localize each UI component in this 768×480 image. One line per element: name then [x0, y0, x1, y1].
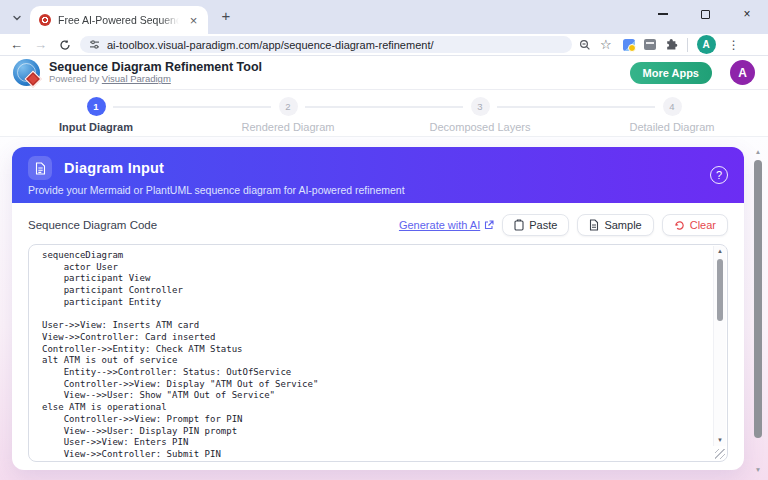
clipboard-icon	[514, 219, 524, 231]
clear-label: Clear	[690, 219, 716, 231]
paste-label: Paste	[529, 219, 557, 231]
step-label: Rendered Diagram	[242, 121, 335, 133]
browser-tab[interactable]: Free AI-Powered Sequence Dia ×	[30, 6, 208, 34]
browser-menu-icon[interactable]: ⋮	[725, 38, 743, 52]
tab-favicon-icon	[39, 14, 51, 26]
page-title: Sequence Diagram Refinement Tool	[49, 60, 262, 74]
page-scrollbar-thumb[interactable]	[754, 160, 762, 438]
step-number-badge: 1	[87, 97, 106, 116]
window-maximize-button[interactable]	[684, 0, 726, 28]
scroll-up-icon[interactable]: ▲	[714, 246, 726, 257]
scroll-up-icon[interactable]: ▲	[753, 147, 763, 157]
extensions-puzzle-icon[interactable]	[665, 38, 678, 51]
visual-paradigm-link[interactable]: Visual Paradigm	[102, 73, 171, 84]
browser-window: Free AI-Powered Sequence Dia × + × ← → a…	[0, 0, 768, 480]
reload-button[interactable]	[56, 36, 73, 53]
code-editor[interactable]: sequenceDiagram actor User participant V…	[28, 244, 728, 462]
step-number-badge: 4	[663, 97, 682, 116]
code-section-label: Sequence Diagram Code	[28, 219, 157, 231]
resize-handle[interactable]	[715, 449, 725, 459]
panel-subtitle: Provide your Mermaid or PlantUML sequenc…	[28, 184, 728, 196]
step-label: Detailed Diagram	[630, 121, 715, 133]
step-decomposed-layers[interactable]: 3 Decomposed Layers	[384, 90, 576, 136]
step-label: Decomposed Layers	[430, 121, 531, 133]
forward-button[interactable]: →	[32, 36, 49, 53]
address-bar[interactable]: ai-toolbox.visual-paradigm.com/app/seque…	[80, 36, 572, 53]
progress-stepper: 1 Input Diagram 2 Rendered Diagram 3 Dec…	[0, 90, 768, 137]
editor-scrollbar[interactable]: ▲ ▼	[713, 246, 726, 446]
zoom-icon[interactable]	[579, 39, 591, 51]
bookmark-star-icon[interactable]: ☆	[600, 38, 612, 51]
page-scrollbar[interactable]: ▲ ▼	[753, 147, 763, 475]
step-number-badge: 3	[471, 97, 490, 116]
sample-label: Sample	[604, 219, 641, 231]
app-header: Sequence Diagram Refinement Tool Powered…	[0, 56, 768, 90]
step-number-badge: 2	[279, 97, 298, 116]
clear-button[interactable]: Clear	[662, 214, 728, 236]
generate-with-ai-link[interactable]: Generate with AI	[399, 219, 494, 231]
external-link-icon	[484, 220, 494, 230]
url-text: ai-toolbox.visual-paradigm.com/app/seque…	[107, 39, 434, 51]
extension-icon[interactable]	[644, 39, 656, 50]
sample-doc-icon	[589, 219, 599, 231]
back-button[interactable]: ←	[8, 36, 25, 53]
panel-header: Diagram Input Provide your Mermaid or Pl…	[12, 147, 744, 203]
help-icon[interactable]: ?	[710, 166, 728, 184]
window-minimize-button[interactable]	[642, 0, 684, 28]
tab-close-icon[interactable]: ×	[186, 13, 201, 28]
extensions-area: A ⋮	[623, 35, 743, 54]
editor-scrollbar-thumb[interactable]	[717, 259, 723, 321]
editor-toolbar: Sequence Diagram Code Generate with AI P…	[12, 203, 744, 244]
browser-profile-avatar[interactable]: A	[697, 35, 716, 54]
tab-title: Free AI-Powered Sequence Dia	[58, 14, 179, 26]
step-input-diagram[interactable]: 1 Input Diagram	[0, 90, 192, 136]
sample-button[interactable]: Sample	[577, 214, 653, 236]
paste-button[interactable]: Paste	[502, 214, 569, 236]
scroll-down-icon[interactable]: ▼	[753, 465, 763, 475]
visual-paradigm-logo	[13, 59, 40, 86]
site-settings-icon[interactable]	[89, 39, 100, 50]
toolbar-divider	[687, 38, 688, 52]
tab-search-chevron-icon[interactable]	[6, 7, 28, 29]
step-detailed-diagram[interactable]: 4 Detailed Diagram	[576, 90, 768, 136]
minimize-icon	[658, 13, 668, 14]
window-controls: ×	[642, 0, 768, 28]
diagram-input-panel: Diagram Input Provide your Mermaid or Pl…	[12, 147, 744, 470]
panel-title: Diagram Input	[64, 160, 164, 176]
browser-toolbar: ← → ai-toolbox.visual-paradigm.com/app/s…	[0, 34, 768, 56]
code-editor-text[interactable]: sequenceDiagram actor User participant V…	[29, 245, 711, 461]
maximize-icon	[701, 10, 710, 19]
powered-by-text: Powered by Visual Paradigm	[49, 74, 262, 85]
omnibox-actions: ☆	[579, 38, 612, 51]
user-avatar[interactable]: A	[730, 60, 755, 85]
clear-reset-icon	[674, 220, 685, 231]
scroll-down-icon[interactable]: ▼	[714, 435, 726, 446]
step-label: Input Diagram	[59, 121, 133, 133]
document-icon	[28, 156, 52, 180]
app-title-block: Sequence Diagram Refinement Tool Powered…	[49, 60, 262, 85]
generate-with-ai-label: Generate with AI	[399, 219, 480, 231]
browser-tab-strip: Free AI-Powered Sequence Dia × + ×	[0, 0, 768, 34]
main-content: Diagram Input Provide your Mermaid or Pl…	[0, 137, 768, 480]
more-apps-button[interactable]: More Apps	[630, 62, 712, 84]
new-tab-button[interactable]: +	[215, 6, 237, 28]
extension-icon[interactable]	[623, 39, 635, 51]
step-rendered-diagram[interactable]: 2 Rendered Diagram	[192, 90, 384, 136]
window-close-button[interactable]: ×	[726, 0, 768, 28]
powered-by-prefix: Powered by	[49, 73, 99, 84]
